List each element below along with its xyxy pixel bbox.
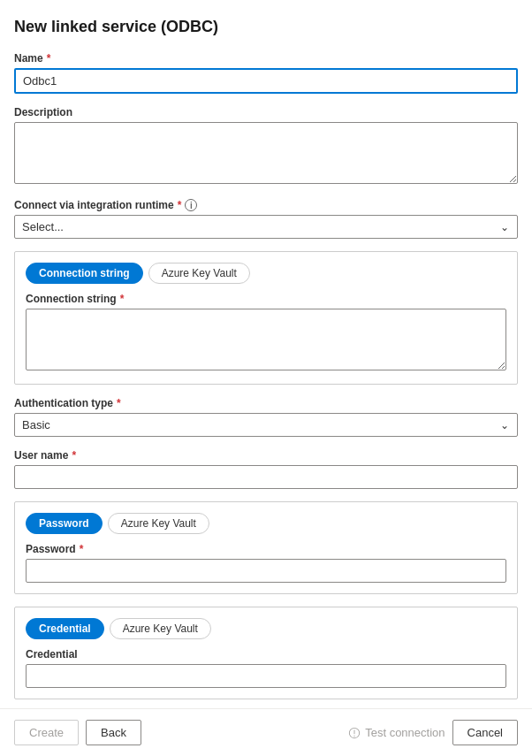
credential-tab[interactable]: Credential — [26, 618, 104, 639]
connection-string-textarea[interactable] — [26, 309, 506, 370]
runtime-required: * — [178, 199, 182, 211]
back-button[interactable]: Back — [86, 720, 141, 745]
description-field-group: Description — [14, 106, 518, 187]
test-connection-button[interactable]: Test connection — [348, 726, 445, 739]
connection-tab-group: Connection string Azure Key Vault — [26, 263, 506, 284]
name-label: Name * — [14, 52, 518, 65]
content-area: New linked service (ODBC) Name * Descrip… — [0, 0, 532, 708]
test-connection-icon — [348, 727, 361, 739]
connection-string-field-group: Connection string * — [26, 293, 506, 373]
credential-field-group: Credential — [26, 648, 506, 688]
credential-tab-group: Credential Azure Key Vault — [26, 618, 506, 639]
password-field-group: Password * — [26, 543, 506, 583]
description-textarea[interactable] — [14, 122, 518, 184]
connection-string-label: Connection string * — [26, 293, 506, 305]
username-field-group: User name * — [14, 449, 518, 489]
auth-type-select[interactable]: Basic — [14, 413, 518, 437]
runtime-select[interactable]: Select... — [14, 215, 518, 239]
page-title: New linked service (ODBC) — [14, 18, 518, 36]
username-required: * — [72, 449, 76, 462]
cancel-button[interactable]: Cancel — [452, 720, 518, 745]
description-label: Description — [14, 106, 518, 118]
azure-keyvault-tab-3[interactable]: Azure Key Vault — [110, 618, 211, 639]
credential-label: Credential — [26, 648, 506, 661]
username-label: User name * — [14, 449, 518, 462]
connection-string-tab[interactable]: Connection string — [26, 263, 143, 284]
runtime-label: Connect via integration runtime * i — [14, 199, 518, 211]
password-section: Password Azure Key Vault Password * — [14, 501, 518, 594]
credential-section: Credential Azure Key Vault Credential — [14, 607, 518, 699]
name-input[interactable] — [14, 68, 518, 94]
username-input[interactable] — [14, 465, 518, 489]
create-button[interactable]: Create — [14, 720, 79, 745]
auth-type-select-wrapper: Basic ⌄ — [14, 413, 518, 437]
auth-type-label: Authentication type * — [14, 397, 518, 409]
name-required: * — [47, 52, 51, 65]
runtime-select-wrapper: Select... ⌄ — [14, 215, 518, 239]
azure-keyvault-tab-1[interactable]: Azure Key Vault — [148, 263, 250, 284]
connection-string-section: Connection string Azure Key Vault Connec… — [14, 251, 518, 385]
page-container: New linked service (ODBC) Name * Descrip… — [0, 0, 532, 756]
azure-keyvault-tab-2[interactable]: Azure Key Vault — [108, 513, 209, 534]
name-field-group: Name * — [14, 52, 518, 94]
password-tab-group: Password Azure Key Vault — [26, 513, 506, 534]
auth-type-required: * — [117, 397, 121, 409]
auth-type-field-group: Authentication type * Basic ⌄ — [14, 397, 518, 437]
connection-string-required: * — [120, 293, 125, 305]
password-required: * — [80, 543, 84, 555]
password-tab[interactable]: Password — [26, 513, 103, 534]
credential-input[interactable] — [26, 664, 506, 688]
runtime-field-group: Connect via integration runtime * i Sele… — [14, 199, 518, 239]
password-label: Password * — [26, 543, 506, 555]
footer-bar: Create Back Test connection Cancel — [0, 708, 532, 756]
runtime-info-icon: i — [185, 199, 197, 211]
password-input[interactable] — [26, 559, 506, 583]
